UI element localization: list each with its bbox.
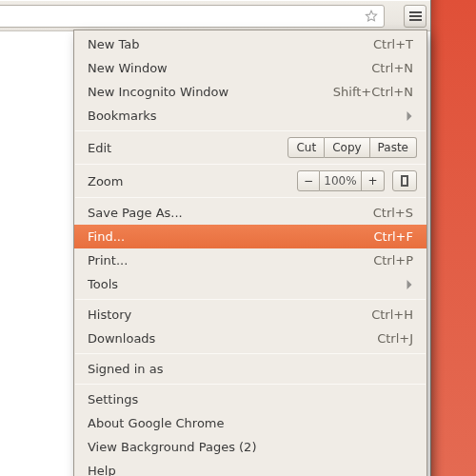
- menu-item-new-window[interactable]: New Window Ctrl+N: [74, 56, 426, 80]
- menu-item-background-pages[interactable]: View Background Pages (2): [74, 435, 426, 459]
- menu-item-print[interactable]: Print... Ctrl+P: [74, 248, 426, 272]
- menu-shortcut: Ctrl+H: [371, 307, 413, 322]
- chevron-right-icon: [407, 280, 413, 289]
- menu-item-downloads[interactable]: Downloads Ctrl+J: [74, 327, 426, 350]
- menu-label: New Incognito Window: [88, 85, 333, 99]
- menu-label: Signed in as: [88, 362, 413, 376]
- menu-shortcut: Ctrl+T: [373, 37, 413, 51]
- browser-window: New Tab Ctrl+T New Window Ctrl+N New Inc…: [0, 0, 431, 476]
- zoom-out-button[interactable]: −: [297, 170, 320, 191]
- menu-label: Save Page As...: [88, 206, 373, 220]
- menu-label: Find...: [88, 229, 373, 244]
- browser-toolbar: [0, 1, 430, 31]
- menu-shortcut: Ctrl+J: [377, 331, 413, 346]
- copy-button[interactable]: Copy: [325, 137, 369, 158]
- menu-item-tools[interactable]: Tools: [74, 272, 426, 296]
- menu-label: New Window: [88, 61, 371, 75]
- desktop-background-right: [431, 0, 476, 476]
- zoom-level-display: 100%: [320, 170, 362, 191]
- menu-shortcut: Ctrl+S: [373, 206, 413, 220]
- menu-item-edit: Edit Cut Copy Paste: [74, 134, 426, 161]
- fullscreen-icon: [401, 175, 408, 187]
- menu-shortcut: Shift+Ctrl+N: [333, 85, 413, 99]
- menu-label: Bookmarks: [88, 109, 401, 123]
- zoom-button-group: − 100% +: [297, 170, 385, 191]
- menu-item-save-page-as[interactable]: Save Page As... Ctrl+S: [74, 201, 426, 225]
- menu-shortcut: Ctrl+N: [371, 61, 413, 75]
- menu-label: Downloads: [88, 331, 377, 346]
- zoom-in-button[interactable]: +: [362, 170, 385, 191]
- menu-item-signed-in[interactable]: Signed in as: [74, 357, 426, 381]
- chevron-right-icon: [407, 111, 413, 121]
- menu-label: Tools: [88, 277, 401, 291]
- menu-item-about-chrome[interactable]: About Google Chrome: [74, 411, 426, 435]
- menu-separator: [75, 299, 426, 300]
- menu-separator: [75, 197, 426, 198]
- menu-item-find[interactable]: Find... Ctrl+F: [74, 225, 426, 248]
- chrome-menu: New Tab Ctrl+T New Window Ctrl+N New Inc…: [73, 30, 427, 476]
- menu-label: Zoom: [88, 174, 297, 188]
- menu-item-incognito[interactable]: New Incognito Window Shift+Ctrl+N: [74, 80, 426, 104]
- menu-shortcut: Ctrl+F: [373, 229, 413, 244]
- menu-item-bookmarks[interactable]: Bookmarks: [74, 104, 426, 128]
- bookmark-star-icon[interactable]: [364, 9, 379, 24]
- paste-button[interactable]: Paste: [370, 137, 417, 158]
- menu-label: Edit: [88, 141, 288, 155]
- menu-shortcut: Ctrl+P: [373, 253, 413, 268]
- hamburger-icon: [409, 15, 422, 17]
- address-bar[interactable]: [0, 5, 385, 28]
- menu-separator: [75, 384, 426, 385]
- menu-label: View Background Pages (2): [88, 440, 413, 454]
- menu-item-settings[interactable]: Settings: [74, 387, 426, 411]
- menu-label: Help: [88, 464, 413, 476]
- fullscreen-button[interactable]: [392, 170, 417, 191]
- cut-button[interactable]: Cut: [288, 137, 325, 158]
- menu-item-history[interactable]: History Ctrl+H: [74, 303, 426, 327]
- menu-item-help[interactable]: Help: [74, 459, 426, 476]
- menu-item-new-tab[interactable]: New Tab Ctrl+T: [74, 32, 426, 56]
- menu-label: About Google Chrome: [88, 416, 413, 430]
- menu-separator: [75, 130, 426, 131]
- chrome-menu-button[interactable]: [404, 5, 426, 28]
- edit-button-group: Cut Copy Paste: [288, 137, 417, 158]
- menu-item-zoom: Zoom − 100% +: [74, 168, 426, 194]
- menu-label: Settings: [88, 392, 413, 407]
- menu-separator: [75, 164, 426, 165]
- menu-label: Print...: [88, 253, 373, 268]
- menu-label: New Tab: [88, 37, 373, 51]
- menu-separator: [75, 353, 426, 354]
- menu-label: History: [88, 307, 371, 322]
